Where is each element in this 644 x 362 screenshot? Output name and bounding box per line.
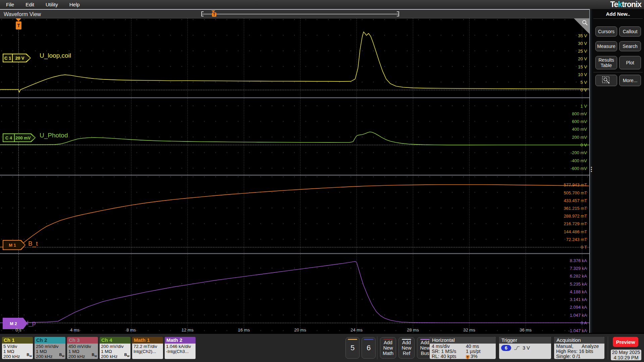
bandwidth-icon: BW [59, 352, 64, 359]
channel-badge-ch4[interactable]: C 4200 mV [3, 133, 36, 142]
datetime-display[interactable]: 20 May 2025 4:10:29 PM [611, 350, 641, 360]
add-button-stripe [402, 339, 411, 340]
channel-settings-row: 200 mV/div [101, 344, 129, 349]
channel-badge-ch1[interactable]: C 120 V [3, 54, 31, 62]
x-tick-label: 12 ms [181, 327, 193, 333]
waveform-view-titlebar: Waveform View T [0, 9, 589, 18]
record-view-right-bracket[interactable] [397, 11, 399, 16]
zoom-select-button[interactable] [595, 75, 617, 86]
slot-label: 6 [367, 344, 371, 352]
sidebar-button-search[interactable]: Search [619, 41, 641, 51]
acquisition-panel-rows: Manual,AnalyzeHigh Res: 16 bitsSingle: 0… [554, 344, 604, 359]
preview-button[interactable]: Preview [613, 337, 638, 347]
menu-item-help[interactable]: Help [69, 2, 80, 7]
pane-math1[interactable]: 577.943 mT505.700 mT433.457 mT361.215 mT… [0, 176, 589, 253]
channel-settings-body: 250 mV/div1 MΩ200 kHzBW [35, 344, 65, 359]
acquisition-panel[interactable]: Acquisition Manual,AnalyzeHigh Res: 16 b… [554, 337, 604, 359]
add-button-group: Add New MathAdd New RefAdd New Bus [380, 337, 433, 359]
sidebar-button-results-table[interactable]: Results Table [595, 56, 617, 69]
y-tick-label: 361.215 mT [564, 206, 587, 211]
sidebar-button-measure[interactable]: Measure [595, 41, 617, 51]
horizontal-panel-title: Horizontal [430, 337, 496, 344]
channel-badge-id: M 2 [3, 321, 27, 326]
channel-settings-body: 450 mV/div1 MΩ200 kHzBW [67, 344, 98, 359]
add-button-stripe [420, 339, 430, 340]
sidebar-button-callout[interactable]: Callout [619, 26, 641, 37]
slot-button-5[interactable]: 5 [345, 337, 360, 359]
horizontal-row-value: 1 µs/pt [466, 349, 494, 354]
trigger-source-badge[interactable]: 6 [501, 345, 511, 351]
channel-settings-ch4[interactable]: Ch 4200 mV/div1 MΩ200 kHzBW [100, 337, 130, 359]
y-tick-label: 1 V [580, 103, 587, 108]
x-tick-label: 20 ms [294, 327, 306, 333]
x-tick-label: 24 ms [351, 327, 362, 333]
y-tick-label: 35 V [578, 33, 587, 38]
trigger-flag-icon[interactable]: T [16, 21, 21, 29]
add-button-label: Add New Bus [420, 340, 430, 356]
channel-settings-ch3[interactable]: Ch 3450 mV/div1 MΩ200 kHzBW [67, 337, 98, 359]
magnifier-icon [582, 19, 588, 26]
button-add-new-ref[interactable]: Add New Ref [398, 337, 415, 359]
button-add-new-math[interactable]: Add New Math [380, 337, 396, 359]
horizontal-row-value: T3% [466, 354, 494, 359]
channel-settings-math1[interactable]: Math 172.2 mT/divIntg(Ch2)... [132, 337, 163, 359]
plot-area: 35 V30 V25 V20 V15 V10 V5 V0 VC 120 VU_l… [0, 18, 589, 333]
date-text: 20 May 2025 [611, 350, 641, 355]
sidebar-button-plot[interactable]: Plot [619, 56, 641, 69]
trace-math2 [0, 254, 589, 333]
pane-ch4[interactable]: 1 V800 mV600 mV400 mV200 mV0 V-200 mV-40… [0, 98, 589, 175]
record-trigger-icon[interactable]: T [212, 12, 216, 17]
channel-settings-header: Ch 4 [100, 337, 130, 344]
horizontal-row-value: 40 ms [466, 344, 494, 349]
trace-ch1 [0, 18, 589, 97]
channel-settings-row: 72.2 mT/div [133, 344, 162, 349]
acquisition-panel-title: Acquisition [554, 337, 604, 344]
bandwidth-icon: BW [26, 352, 32, 359]
zoom-select-icon [602, 76, 611, 84]
channel-settings-body: 72.2 mT/divIntg(Ch2)... [132, 344, 163, 359]
menu-item-edit[interactable]: Edit [25, 2, 34, 7]
y-tick-label: 216.729 mT [564, 221, 587, 226]
pane-math2[interactable]: 8.376 kA7.329 kA6.282 kA5.235 kA4.188 kA… [0, 254, 589, 333]
channel-settings-math2[interactable]: Math 21.046 kA/div-Intg(Ch3... [165, 337, 196, 359]
y-tick-label: 5.235 kA [570, 281, 587, 286]
menu-item-utility[interactable]: Utility [46, 2, 58, 7]
more-button[interactable]: More... [619, 75, 641, 86]
channel-settings-header: Ch 3 [67, 337, 98, 344]
trace-label-ch4: U_Photod [40, 132, 68, 139]
slot-button-6[interactable]: 6 [362, 337, 376, 359]
horizontal-row-label: 4 ms/div [432, 344, 466, 349]
pane-ch1[interactable]: 35 V30 V25 V20 V15 V10 V5 V0 VC 120 VU_l… [0, 18, 589, 97]
horizontal-panel-rows: 4 ms/div40 msSR: 1 MS/s1 µs/ptRL: 40 kpt… [430, 344, 496, 359]
y-tick-label: 0 T [581, 245, 587, 250]
channel-settings-header: Ch 2 [35, 337, 65, 344]
bottom-divider [377, 337, 377, 359]
horizontal-row-label: RL: 40 kpts [432, 354, 466, 359]
y-tick-label: -400 mV [571, 158, 587, 163]
horizontal-panel[interactable]: Horizontal 4 ms/div40 msSR: 1 MS/s1 µs/p… [430, 337, 496, 359]
menu-item-file[interactable]: File [6, 2, 14, 7]
channel-settings-row: 1.046 kA/div [166, 344, 194, 349]
right-sidebar: Add New.. CursorsCalloutMeasureSearchRes… [592, 9, 644, 333]
horizontal-row-label: SR: 1 MS/s [432, 349, 466, 354]
y-tick-label: 72.243 mT [566, 237, 587, 242]
x-tick-label: 36 ms [520, 327, 531, 333]
logo-part: k [618, 0, 622, 9]
channel-badge-row: Ch 15 V/div1 MΩ200 kHzBWCh 2250 mV/div1 … [2, 337, 197, 359]
record-view-bar[interactable]: T [201, 11, 399, 17]
channel-badge-math1[interactable]: M 1 [3, 240, 25, 250]
channel-badge-math2[interactable]: M 2 [3, 318, 28, 329]
channel-badge-body: M 2 [3, 318, 27, 328]
channel-settings-header: Math 1 [132, 337, 163, 344]
menu-bar: FileEditUtilityHelpTektronix [0, 0, 644, 9]
channel-badge-body: C 120 V [3, 54, 30, 62]
channel-settings-ch1[interactable]: Ch 15 V/div1 MΩ200 kHzBW [2, 337, 33, 359]
panel-splitter[interactable]: ••• [589, 9, 592, 333]
add-new-heading: Add New.. [592, 11, 644, 17]
trigger-panel[interactable]: Trigger 6 3 V [499, 337, 551, 359]
sidebar-button-cursors[interactable]: Cursors [595, 26, 617, 37]
x-tick-label: 0 s [15, 327, 21, 333]
record-view-left-bracket[interactable] [201, 11, 204, 16]
channel-settings-ch2[interactable]: Ch 2250 mV/div1 MΩ200 kHzBW [35, 337, 65, 359]
y-tick-label: 2.094 kA [570, 305, 587, 310]
